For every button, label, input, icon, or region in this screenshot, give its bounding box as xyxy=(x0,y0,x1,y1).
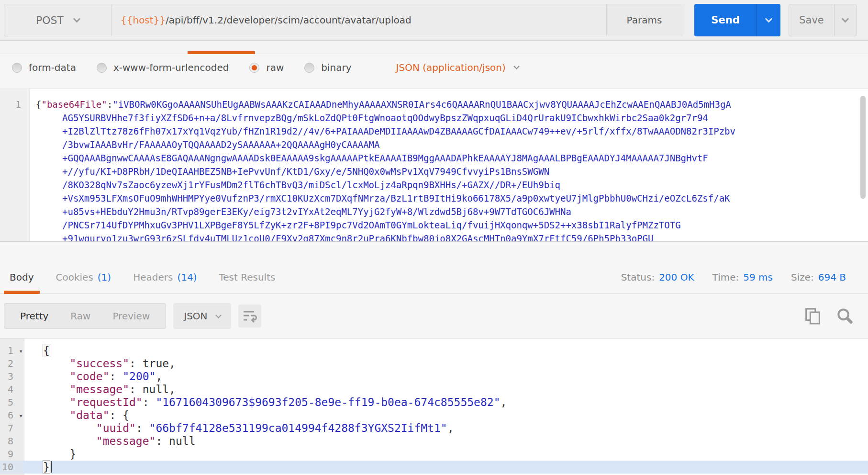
body-mode-x-www-form-urlencoded[interactable]: x-www-form-urlencoded xyxy=(97,62,229,73)
tab-count-badge: (14) xyxy=(177,271,197,283)
json-token xyxy=(43,435,96,447)
body-mode-form-data[interactable]: form-data xyxy=(12,62,76,73)
metric-value[interactable]: 59 ms xyxy=(743,271,773,283)
line-number: 9 xyxy=(8,448,13,460)
view-tab-preview[interactable]: Preview xyxy=(101,310,161,322)
tab-count-badge: (1) xyxy=(98,271,111,283)
json-token: "uuid" xyxy=(96,422,136,434)
json-token: { xyxy=(43,344,50,357)
json-token: : xyxy=(129,383,143,396)
json-token: , xyxy=(500,396,507,408)
params-button[interactable]: Params xyxy=(606,4,682,36)
metric-label: Status: xyxy=(621,271,655,283)
line-number-gutter: 7 xyxy=(0,422,24,435)
response-line-content: "success": true, xyxy=(24,357,868,370)
send-label: Send xyxy=(694,4,757,36)
copy-icon xyxy=(804,307,822,325)
json-token: "message" xyxy=(96,435,156,447)
body-mode-label: raw xyxy=(266,62,284,73)
wrap-text-icon xyxy=(243,310,257,323)
method-select[interactable]: POST xyxy=(4,4,111,36)
line-number: 2 xyxy=(8,358,13,369)
search-icon xyxy=(835,307,854,325)
tab-label: Test Results xyxy=(219,271,275,283)
json-string-value: +91wquryo1zu3wrG93r6zSLfdy4uTMLUz1coU0/F… xyxy=(62,233,653,241)
content-type-select[interactable]: JSON (application/json) xyxy=(396,62,519,73)
response-line: 3 "code": "200", xyxy=(0,370,868,383)
scrollbar-thumb[interactable] xyxy=(860,96,866,199)
line-number-gutter: 4 xyxy=(0,383,24,396)
request-body-line: {"base64File":"iVBORw0KGgoAAAANSUhEUgAAB… xyxy=(36,98,854,111)
radio-icon xyxy=(12,63,22,73)
fold-toggle-icon[interactable]: ▾ xyxy=(19,409,23,422)
view-tab-raw[interactable]: Raw xyxy=(59,310,101,322)
json-token: "1671604309673$9693f205-8e9e-ff19-b0ea-6… xyxy=(156,396,500,408)
request-body-line: /3bvwIAAABvHr/FAAAAAOyTQQAAAAD2ySAAAAAA+… xyxy=(36,138,854,151)
json-punctuation: { xyxy=(36,99,41,110)
save-label: Save xyxy=(789,4,834,36)
body-mode-binary[interactable]: binary xyxy=(304,62,351,73)
json-string-value: /3bvwIAAABvHr/FAAAAAOyTQQAAAAD2ySAAAAAA+… xyxy=(62,139,379,150)
response-tab-headers[interactable]: Headers(14) xyxy=(133,261,197,294)
url-path: /api/bff/v1.2/developer/scim/account/ava… xyxy=(166,14,412,26)
send-button[interactable]: Send xyxy=(694,4,780,36)
response-toolbar: PrettyRawPreview JSON xyxy=(0,294,868,338)
method-label: POST xyxy=(36,14,64,26)
save-button[interactable]: Save xyxy=(789,4,857,36)
json-token xyxy=(43,357,69,370)
tab-label: Body xyxy=(10,271,34,283)
line-number-gutter: 9 xyxy=(0,448,24,461)
metric-value[interactable]: 200 OK xyxy=(659,271,694,283)
body-mode-raw[interactable]: raw xyxy=(249,62,284,73)
send-options-button[interactable] xyxy=(757,4,780,36)
json-token: : xyxy=(136,422,149,434)
json-token xyxy=(43,370,69,383)
json-token xyxy=(43,409,69,421)
metric-label: Time: xyxy=(712,271,739,283)
view-switcher: PrettyRawPreview xyxy=(4,303,166,329)
response-metrics: Status:200 OKTime:59 msSize:694 B xyxy=(621,261,846,294)
request-body-code[interactable]: {"base64File":"iVBORw0KGgoAAAANSUhEUgAAB… xyxy=(30,89,868,241)
json-token: : xyxy=(156,435,169,447)
response-tab-cookies[interactable]: Cookies(1) xyxy=(56,261,111,294)
copy-button[interactable] xyxy=(804,307,822,325)
response-tool-icons xyxy=(804,307,854,325)
request-body-editor[interactable]: 1 {"base64File":"iVBORw0KGgoAAAANSUhEUgA… xyxy=(0,89,868,242)
format-select[interactable]: JSON xyxy=(173,303,231,329)
json-string-value: +GQQAAABgnwwCAAAAsE8GAQAAANgngwAAAADsk0E… xyxy=(62,153,708,163)
request-body-line: +I2BlZlTtz78z6fFh07x17xYq1VqzYub/fHZn1R1… xyxy=(36,124,854,138)
line-number-gutter: 1▾ xyxy=(0,344,24,357)
wrap-text-button[interactable] xyxy=(238,305,261,328)
metric-value[interactable]: 694 B xyxy=(818,271,846,283)
line-number-gutter: 8 xyxy=(0,435,24,448)
fold-toggle-icon[interactable]: ▾ xyxy=(19,345,23,358)
json-string-value: +I2BlZlTtz78z6fFh07x17xYq1VqzYub/fHZn1R1… xyxy=(62,126,735,136)
json-token: , xyxy=(447,422,454,434)
response-body-editor[interactable]: 1▾{2 "success": true,3 "code": "200",4 "… xyxy=(0,338,868,475)
line-number: 8 xyxy=(8,435,13,447)
json-string-value: /8KO328qNv7sZaoc6yzewXj1rYFusMDm2flT6chT… xyxy=(62,180,560,190)
response-tabs: BodyCookies(1)Headers(14)Test Results xyxy=(10,261,297,294)
json-string-value: +VsXm953LFXmsOFuO9mhWHHMPYye0VufznP3/rmX… xyxy=(62,193,730,204)
json-key: "base64File" xyxy=(41,99,107,110)
response-line: 2 "success": true, xyxy=(0,357,868,370)
json-token: "code" xyxy=(69,370,109,383)
json-token: "requestId" xyxy=(69,396,142,408)
body-type-row: form-datax-www-form-urlencodedrawbinary … xyxy=(0,54,868,81)
response-tab-test-results[interactable]: Test Results xyxy=(219,261,275,294)
request-tabs-strip xyxy=(0,41,868,54)
view-tab-pretty[interactable]: Pretty xyxy=(9,310,59,322)
url-input[interactable]: {{host}}/api/bff/v1.2/developer/scim/acc… xyxy=(111,4,606,36)
metric-status: Status:200 OK xyxy=(621,271,694,283)
response-line-content: "code": "200", xyxy=(24,370,868,383)
search-button[interactable] xyxy=(835,307,854,325)
metric-size: Size:694 B xyxy=(791,271,846,283)
response-header: BodyCookies(1)Headers(14)Test Results St… xyxy=(0,261,868,294)
request-bar: POST {{host}}/api/bff/v1.2/developer/sci… xyxy=(0,0,868,41)
json-token: "200" xyxy=(122,370,156,383)
line-number-gutter: 10 xyxy=(0,461,24,474)
response-line: 10} xyxy=(0,461,868,474)
save-options-button[interactable] xyxy=(834,4,856,36)
response-tab-body[interactable]: Body xyxy=(10,261,34,294)
json-token xyxy=(43,422,96,434)
